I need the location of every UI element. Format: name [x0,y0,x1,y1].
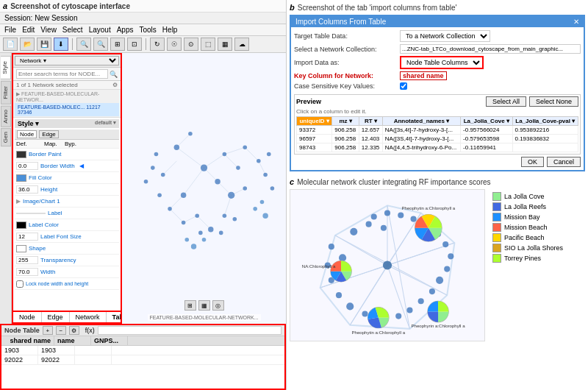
grid-btn[interactable]: ⊞ [184,300,196,311]
formula-input[interactable] [98,326,282,335]
row2-gnps [75,355,112,364]
col-gnps[interactable]: GNPS... [91,336,128,345]
settings2-icon[interactable]: ⚙ [69,326,79,335]
generator-tab[interactable]: Gen [1,128,11,146]
zoom-sel-btn[interactable]: ⊡ [127,38,142,51]
menu-tools[interactable]: Tools [139,26,156,34]
case-sensitive-checkbox[interactable] [400,82,407,90]
ok-btn[interactable]: OK [521,157,544,167]
svg-point-85 [398,212,404,218]
style-tab[interactable]: Style [1,56,11,79]
circle-btn[interactable]: ◎ [212,300,224,311]
network-item[interactable]: FEATURE-BASED-MOLEC... 11217 37346 [15,103,119,116]
node-search-input[interactable] [16,69,108,79]
target-table-select[interactable]: To a Network Collection [400,30,490,42]
svg-line-8 [224,155,238,169]
svg-line-15 [245,147,259,161]
menu-select[interactable]: Select [62,26,83,34]
fill-color-swatch[interactable] [16,174,26,182]
zoom-in-btn[interactable]: 🔍 [76,38,91,51]
cancel-btn[interactable]: Cancel [547,157,581,167]
svg-text:Pheophyrin a:Chlorophyll a: Pheophyrin a:Chlorophyll a [412,323,466,328]
import-data-select[interactable]: Node Table Columns [400,56,484,69]
network-collection-input[interactable] [400,44,581,54]
menu-view[interactable]: View [40,26,57,34]
menu-apps[interactable]: Apps [117,26,134,34]
section-b-label: b [290,3,295,12]
preview-label: Preview [296,98,321,105]
settings-icon[interactable]: ⚙ [112,82,118,88]
svg-point-45 [202,238,207,242]
tool3-btn[interactable]: ⬚ [201,38,215,51]
key-column-row: Key Column for Network: shared name [294,71,581,80]
label-row: Label [15,208,119,219]
refresh-btn[interactable]: ↻ [150,38,165,51]
zoom-fit-btn[interactable]: ⊞ [110,38,125,51]
open-btn[interactable]: 📂 [20,38,35,51]
col-mz[interactable]: mz ▾ [332,117,359,126]
col-shared-name[interactable]: shared name [1,336,54,345]
lock-checkbox[interactable] [16,280,24,288]
menu-file[interactable]: File [4,26,16,34]
node-tab[interactable]: Node [13,312,42,322]
col-cove-pval[interactable]: La_Jolla_Cove-pval ▾ [512,117,578,126]
menu-help[interactable]: Help [162,26,178,34]
svg-point-80 [448,253,453,259]
border-width-info: ◀ [79,163,84,169]
svg-text:Pheophytin a:Chlorophyll a: Pheophytin a:Chlorophyll a [402,205,456,210]
edge-style-tab[interactable]: Edge [39,130,59,138]
label-font-row: 12 Label Font Size [15,231,119,243]
save-btn[interactable]: 💾 [37,38,51,51]
col-rt[interactable]: RT ▾ [359,117,382,126]
shape-row: Shape [15,243,119,255]
tool2-btn[interactable]: ⊙ [184,38,198,51]
svg-point-36 [151,166,155,170]
table-row-2: 92022 92022 [1,355,284,365]
search-icon[interactable]: 🔍 [110,71,118,78]
legend-torrey-pines: Torrey Pines [492,254,582,263]
filter-tab[interactable]: Filter [1,81,11,104]
dialog-title-bar: Import Columns From Table ✕ [291,16,584,27]
network-dropdown[interactable]: Network ▾ [15,56,119,65]
svg-point-75 [406,307,412,313]
border-paint-row: Border Paint [15,149,119,160]
svg-point-22 [161,173,165,177]
network-tab[interactable]: Network [70,312,107,322]
label-color-swatch[interactable] [16,221,26,229]
svg-point-88 [383,260,392,269]
menu-layout[interactable]: Layout [89,26,111,34]
close-icon[interactable]: ✕ [573,18,579,26]
select-none-btn[interactable]: Select None [529,96,578,107]
new-session-btn[interactable]: 📄 [3,38,18,51]
svg-point-37 [144,180,148,184]
col-annotated[interactable]: Annotated_names ▾ [382,117,460,126]
svg-point-76 [418,298,424,304]
tool4-btn[interactable]: ▦ [218,38,232,51]
border-paint-color[interactable] [16,151,26,158]
shape-preview[interactable] [16,245,26,252]
del-col-btn[interactable]: − [56,326,66,335]
select-all-btn[interactable]: Select All [486,96,526,107]
width-row: 70.0 Width [15,266,119,278]
annotation-tab[interactable]: Anno [1,106,11,127]
legend-color-mission-beach [492,223,501,232]
zoom-out-btn[interactable]: 🔍 [93,38,108,51]
legend-sio-shores: SIO La Jolla Shores [492,244,582,252]
svg-point-24 [168,207,172,211]
section-c-title: Molecular network cluster integrating RF… [297,178,490,186]
col-uniqueid[interactable]: uniqueID ▾ [297,117,332,126]
edge-tab[interactable]: Edge [42,312,70,322]
legend-la-jolla-cove: La Jolla Cove [492,192,582,201]
add-col-btn[interactable]: + [43,326,53,335]
tool1-btn[interactable]: ☉ [167,38,182,51]
table-tab[interactable]: Table [107,312,122,322]
import-btn[interactable]: ⬇ [54,38,68,51]
menu-edit[interactable]: Edit [22,26,35,34]
grid2-btn[interactable]: ▦ [198,300,210,311]
col-name[interactable]: name [54,336,91,345]
node-style-tab[interactable]: Node [17,130,37,138]
svg-point-49 [262,213,268,218]
section-c-label: c [290,177,294,186]
tool5-btn[interactable]: ☁ [234,38,249,51]
col-cove[interactable]: La_Jolla_Cove ▾ [461,117,512,126]
